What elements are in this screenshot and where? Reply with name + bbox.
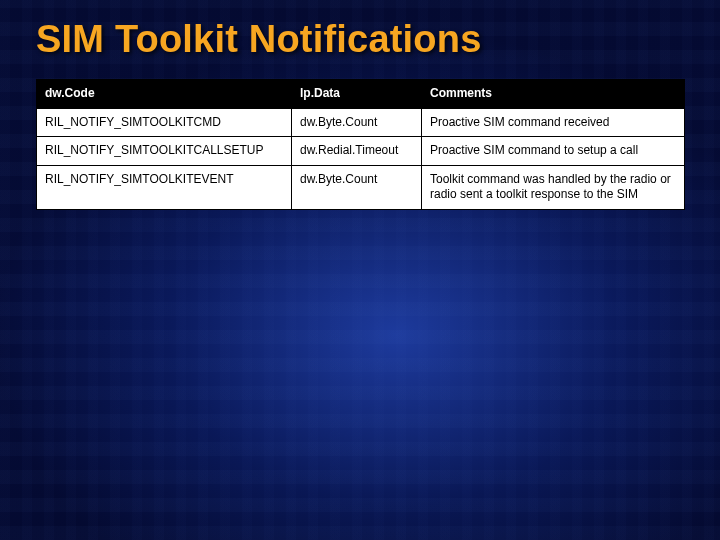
cell-comment: Proactive SIM command to setup a call [422,137,685,166]
col-header-comments: Comments [422,80,685,109]
cell-data: dw.Redial.Timeout [292,137,422,166]
table-row: RIL_NOTIFY_SIMTOOLKITEVENT dw.Byte.Count… [37,165,685,209]
slide: SIM Toolkit Notifications dw.Code lp.Dat… [0,0,720,540]
table-row: RIL_NOTIFY_SIMTOOLKITCALLSETUP dw.Redial… [37,137,685,166]
page-title: SIM Toolkit Notifications [36,18,684,61]
col-header-data: lp.Data [292,80,422,109]
cell-comment: Toolkit command was handled by the radio… [422,165,685,209]
table-row: RIL_NOTIFY_SIMTOOLKITCMD dw.Byte.Count P… [37,108,685,137]
cell-data: dw.Byte.Count [292,108,422,137]
cell-data: dw.Byte.Count [292,165,422,209]
cell-code: RIL_NOTIFY_SIMTOOLKITCMD [37,108,292,137]
col-header-code: dw.Code [37,80,292,109]
cell-comment: Proactive SIM command received [422,108,685,137]
table-header: dw.Code lp.Data Comments [37,80,685,109]
notifications-table: dw.Code lp.Data Comments RIL_NOTIFY_SIMT… [36,79,685,210]
cell-code: RIL_NOTIFY_SIMTOOLKITEVENT [37,165,292,209]
cell-code: RIL_NOTIFY_SIMTOOLKITCALLSETUP [37,137,292,166]
